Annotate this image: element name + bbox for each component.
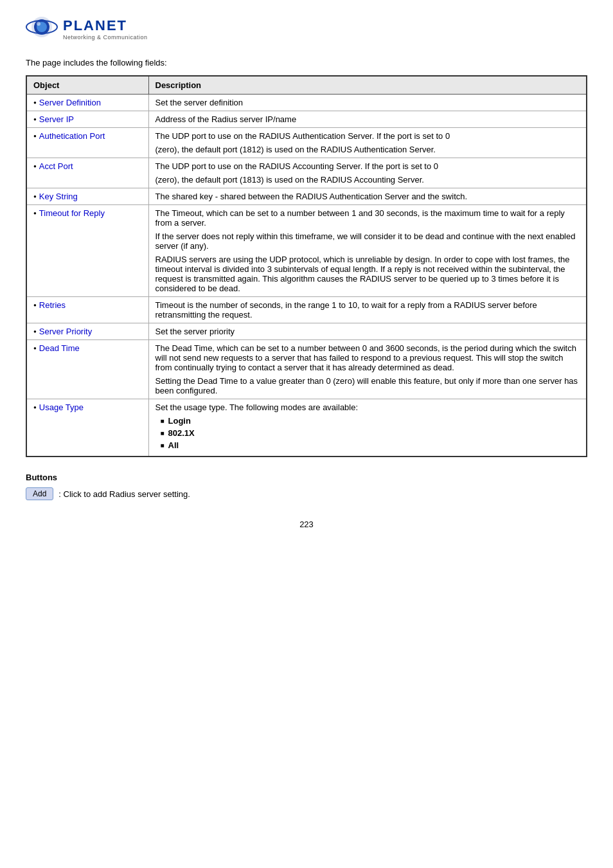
table-row: ●Acct PortThe UDP port to use on the RAD… — [26, 158, 587, 188]
logo: PLANET Networking & Communication — [26, 13, 148, 45]
table-cell-object: ●Retries — [26, 297, 148, 323]
table-cell-object: ●Key String — [26, 188, 148, 205]
table-cell-description: Set the usage type. The following modes … — [148, 399, 587, 457]
add-button-row: Add : Click to add Radius server setting… — [26, 487, 587, 500]
table-cell-object: ●Acct Port — [26, 158, 148, 188]
buttons-title: Buttons — [26, 473, 587, 482]
table-row: ●Server IPAddress of the Radius server I… — [26, 111, 587, 128]
logo-text: PLANET Networking & Communication — [63, 17, 148, 41]
table-cell-object: ●Authetication Port — [26, 128, 148, 158]
table-row: ●Usage TypeSet the usage type. The follo… — [26, 399, 587, 457]
table-cell-description: The Timeout, which can be set to a numbe… — [148, 205, 587, 297]
planet-logo-icon — [26, 13, 58, 45]
fields-table: Object Description ●Server DefinitionSet… — [26, 75, 587, 457]
table-row: ●Dead TimeThe Dead Time, which can be se… — [26, 340, 587, 399]
table-cell-description: The UDP port to use on the RADIUS Authen… — [148, 128, 587, 158]
col-header-object: Object — [26, 76, 148, 95]
svg-point-4 — [37, 22, 40, 26]
add-button[interactable]: Add — [26, 487, 53, 500]
page-header: PLANET Networking & Communication — [26, 13, 587, 45]
table-row: ●Server PrioritySet the server priority — [26, 323, 587, 340]
table-cell-object: ●Dead Time — [26, 340, 148, 399]
buttons-section: Buttons Add : Click to add Radius server… — [26, 473, 587, 500]
list-item: Login — [161, 416, 580, 426]
add-button-description: : Click to add Radius server setting. — [58, 489, 190, 499]
logo-brand: PLANET — [63, 17, 148, 34]
table-cell-object: ●Server Definition — [26, 95, 148, 111]
table-cell-description: The UDP port to use on the RADIUS Accoun… — [148, 158, 587, 188]
logo-tagline: Networking & Communication — [63, 34, 148, 41]
table-cell-description: Address of the Radius server IP/name — [148, 111, 587, 128]
intro-text: The page includes the following fields: — [26, 58, 587, 68]
table-row: ●Server DefinitionSet the server definit… — [26, 95, 587, 111]
table-cell-description: The shared key - shared between the RADI… — [148, 188, 587, 205]
col-header-description: Description — [148, 76, 587, 95]
table-cell-object: ●Usage Type — [26, 399, 148, 457]
table-cell-description: Set the server priority — [148, 323, 587, 340]
list-item: 802.1X — [161, 428, 580, 438]
table-cell-object: ●Timeout for Reply — [26, 205, 148, 297]
table-row: ●Key StringThe shared key - shared betwe… — [26, 188, 587, 205]
table-cell-object: ●Server IP — [26, 111, 148, 128]
table-cell-object: ●Server Priority — [26, 323, 148, 340]
table-row: ●RetriesTimeout is the number of seconds… — [26, 297, 587, 323]
table-cell-description: Set the server definition — [148, 95, 587, 111]
table-row: ●Timeout for ReplyThe Timeout, which can… — [26, 205, 587, 297]
table-cell-description: The Dead Time, which can be set to a num… — [148, 340, 587, 399]
table-row: ●Authetication PortThe UDP port to use o… — [26, 128, 587, 158]
list-item: All — [161, 440, 580, 450]
page-number: 223 — [26, 520, 587, 529]
table-cell-description: Timeout is the number of seconds, in the… — [148, 297, 587, 323]
